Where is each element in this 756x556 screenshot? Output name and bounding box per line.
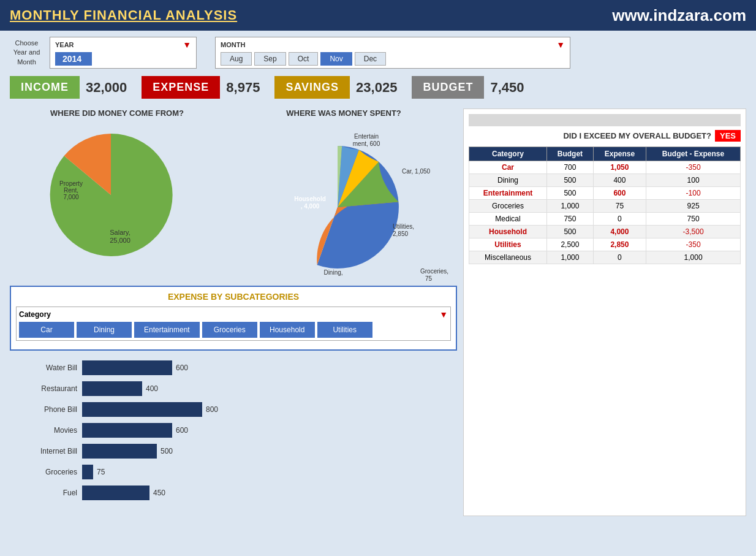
header: MONTHLY FINANCIAL ANALYSIS www.indzara.c…	[0, 0, 756, 31]
budget-row: Household5004,000-3,500	[469, 226, 741, 238]
bar-row: Groceries75	[22, 465, 445, 479]
budget-table: CategoryBudgetExpenseBudget - Expense Ca…	[469, 147, 741, 264]
cat-btn-entertainment[interactable]: Entertainment	[134, 322, 200, 338]
budget-top-bar	[469, 114, 741, 126]
month-btn-nov[interactable]: Nov	[320, 52, 352, 66]
bar-track: 450	[82, 486, 445, 500]
property-value: 7,000	[63, 194, 78, 200]
bar-fill	[82, 423, 172, 438]
year-filter-icon[interactable]: ▼	[183, 40, 191, 50]
cat-btn-utilities[interactable]: Utilities	[317, 322, 372, 338]
bar-fill	[82, 465, 93, 479]
expense-amount: 2,850	[593, 238, 646, 251]
budget-amount: 500	[547, 174, 594, 187]
month-btn-oct[interactable]: Oct	[289, 52, 319, 66]
income-pie-chart: WHERE DID MONEY COME FROM? Salary,	[10, 109, 224, 281]
year-value[interactable]: 2014	[55, 52, 92, 66]
col-header-budget---expense: Budget - Expense	[646, 147, 741, 161]
bar-row: Water Bill600	[22, 360, 445, 375]
bar-track: 400	[82, 381, 445, 396]
cat-btn-household[interactable]: Household	[260, 322, 315, 338]
budget-diff: 100	[646, 174, 741, 187]
utilities-value: 2,850	[393, 230, 408, 237]
property-rent-label: Rent,	[64, 187, 78, 194]
car-label: Car, 1,050	[402, 168, 431, 175]
bar-label: Fuel	[22, 489, 77, 497]
budget-amount: 700	[547, 161, 594, 174]
category-filter: Category ▼ CarDiningEntertainmentGroceri…	[16, 307, 451, 341]
budget-section: DID I EXCEED MY OVERALL BUDGET? YES Cate…	[463, 109, 746, 516]
main-content: Choose Year and Month YEAR ▼ 2014 MONTH …	[0, 31, 756, 556]
budget-amount: 750	[547, 213, 594, 226]
year-selector-box: YEAR ▼ 2014	[50, 37, 197, 69]
col-header-budget: Budget	[547, 147, 594, 161]
budget-category: Car	[469, 161, 547, 174]
bar-row: Internet Bill500	[22, 444, 445, 459]
bar-fill	[82, 402, 202, 417]
budget-diff: 925	[646, 200, 741, 213]
bar-track: 500	[82, 444, 445, 459]
savings-value: 23,025	[350, 80, 397, 96]
budget-diff: -3,500	[646, 226, 741, 238]
bar-value: 400	[146, 384, 158, 393]
bar-fill	[82, 381, 142, 396]
budget-header: DID I EXCEED MY OVERALL BUDGET? YES	[469, 130, 741, 142]
income-tile: INCOME 32,000	[10, 76, 127, 99]
bar-row: Phone Bill800	[22, 402, 445, 417]
month-btn-aug[interactable]: Aug	[221, 52, 252, 66]
bar-fill	[82, 360, 172, 375]
budget-category: Household	[469, 226, 547, 238]
budget-diff: 750	[646, 213, 741, 226]
bar-fill	[82, 486, 149, 500]
expense-pie-svg: Household , 4,000 Utilities, 2,850 Car, …	[230, 121, 457, 281]
budget-value: 7,450	[484, 80, 524, 96]
budget-amount: 1,000	[547, 251, 594, 264]
expense-label: EXPENSE	[142, 76, 220, 99]
budget-tile: BUDGET 7,450	[412, 76, 524, 99]
bar-value: 75	[97, 468, 105, 476]
budget-category: Medical	[469, 213, 547, 226]
website-url: www.indzara.com	[612, 6, 746, 25]
cat-btn-car[interactable]: Car	[19, 322, 74, 338]
budget-row: Entertainment500600-100	[469, 187, 741, 200]
bar-value: 450	[153, 489, 165, 497]
budget-question: DID I EXCEED MY OVERALL BUDGET?	[563, 131, 711, 140]
bar-chart-area: Water Bill600Restaurant400Phone Bill800M…	[10, 351, 457, 516]
expense-amount: 400	[593, 174, 646, 187]
month-selector-group: MONTH ▼ AugSepOctNovDec	[215, 37, 570, 69]
cat-btn-groceries[interactable]: Groceries	[202, 322, 257, 338]
expense-amount: 600	[593, 187, 646, 200]
col-header-expense: Expense	[593, 147, 646, 161]
month-btn-dec[interactable]: Dec	[355, 52, 386, 66]
bar-value: 500	[161, 447, 173, 455]
budget-row: Medical7500750	[469, 213, 741, 226]
year-label: YEAR	[55, 41, 74, 48]
bar-track: 600	[82, 423, 445, 438]
budget-amount: 2,500	[547, 238, 594, 251]
bar-track: 75	[82, 465, 445, 479]
bar-row: Restaurant400	[22, 381, 445, 396]
dining-label: Dining,	[323, 269, 342, 276]
household-label: Household	[294, 196, 326, 202]
expense-pie-chart: WHERE WAS MONEY SPENT?	[230, 109, 457, 281]
household-value: , 4,000	[301, 203, 320, 210]
income-pie-svg: Salary, 25,000 Property Rent, 7,000	[31, 121, 203, 262]
bar-label: Internet Bill	[22, 447, 77, 455]
app-title: MONTHLY FINANCIAL ANALYSIS	[10, 7, 237, 23]
budget-row: Utilities2,5002,850-350	[469, 238, 741, 251]
month-filter-icon[interactable]: ▼	[556, 40, 565, 50]
bar-label: Restaurant	[22, 384, 77, 393]
subcategories-section: EXPENSE BY SUBCATEGORIES Category ▼ CarD…	[10, 286, 457, 351]
bar-fill	[82, 444, 157, 459]
category-label-row: Category ▼	[19, 310, 448, 319]
budget-diff: -350	[646, 238, 741, 251]
category-filter-icon[interactable]: ▼	[439, 310, 448, 319]
month-header: MONTH ▼	[221, 40, 565, 50]
summary-row: INCOME 32,000 EXPENSE 8,975 SAVINGS 23,0…	[10, 76, 746, 99]
cat-btn-dining[interactable]: Dining	[77, 322, 132, 338]
budget-amount: 500	[547, 226, 594, 238]
income-value: 32,000	[80, 80, 127, 96]
entertainment-value: ment, 600	[353, 140, 380, 147]
budget-row: Dining500400100	[469, 174, 741, 187]
month-btn-sep[interactable]: Sep	[254, 52, 285, 66]
